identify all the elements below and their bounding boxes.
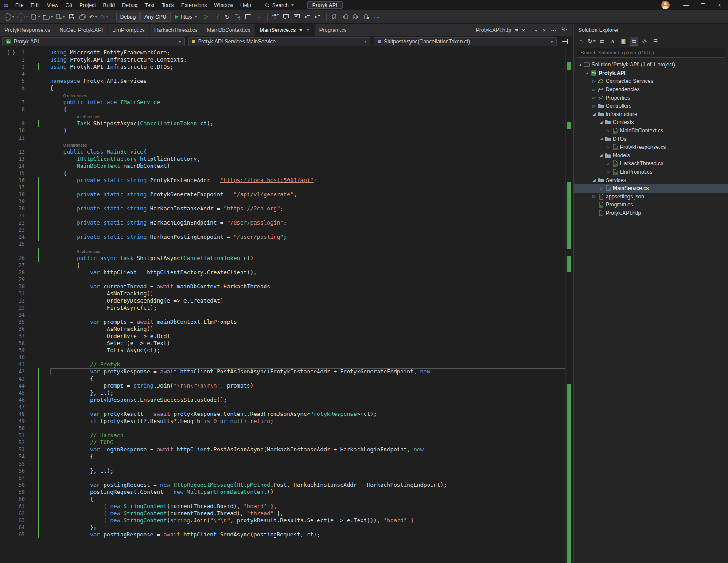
code-line[interactable]: 37 .OrderBy(e => e.Ord) bbox=[0, 333, 565, 340]
code-line[interactable]: 62 { new StringContent(currentThread.Thr… bbox=[0, 510, 565, 517]
tree-item-Connected Services[interactable]: ▷Connected Services bbox=[574, 77, 728, 85]
menu-item-window[interactable]: Window bbox=[210, 0, 237, 10]
code-line[interactable]: 35 var prompts = await mainDbContext.Llm… bbox=[0, 318, 565, 326]
code-line[interactable]: 20 private static string HarkachInstanse… bbox=[0, 205, 565, 212]
code-line[interactable]: 19 bbox=[0, 198, 565, 205]
codelens-references[interactable]: 0 references bbox=[63, 143, 87, 148]
code-line[interactable]: 38 .Select(e => e.Text) bbox=[0, 340, 565, 347]
undo-button[interactable]: ↶ bbox=[88, 12, 98, 22]
tab-list-button[interactable] bbox=[535, 27, 537, 33]
toolbar-overflow-button[interactable]: ⋯ bbox=[254, 12, 264, 22]
code-line[interactable]: 12 public class MainService( bbox=[0, 148, 565, 155]
previous-bookmark-button[interactable] bbox=[340, 12, 350, 22]
tree-item-Infrastructure[interactable]: ◢Infrastructure bbox=[574, 110, 728, 119]
tree-item-appsettings.json[interactable]: ▷{}appsettings.json bbox=[574, 193, 728, 201]
expanded-arrow-icon[interactable]: ◢ bbox=[598, 137, 604, 141]
code-line[interactable]: 64 }; bbox=[0, 524, 565, 531]
code-line[interactable]: 57 bbox=[0, 474, 565, 481]
new-file-button[interactable] bbox=[30, 12, 41, 22]
code-line[interactable]: 15 { bbox=[0, 170, 565, 177]
code-line[interactable]: 7 public interface IMainService bbox=[0, 99, 565, 106]
collapsed-arrow-icon[interactable]: ▷ bbox=[605, 145, 611, 149]
codelens-row[interactable]: 0 references bbox=[0, 248, 565, 255]
close-tab-icon[interactable]: × bbox=[306, 27, 310, 34]
code-line[interactable]: 21 bbox=[0, 212, 565, 219]
code-line[interactable]: 27 { bbox=[0, 262, 565, 269]
tree-item-LlmPrompt.cs[interactable]: ▷C#LlmPrompt.cs bbox=[574, 168, 728, 176]
tab-HarkachThread.cs[interactable]: HarkachThread.cs bbox=[150, 24, 202, 36]
code-line[interactable]: 40 bbox=[0, 354, 565, 361]
codelens-references[interactable]: 0 references bbox=[77, 249, 100, 254]
tab-overflow-button[interactable]: ⋯ bbox=[551, 27, 557, 33]
maximize-button[interactable] bbox=[694, 0, 711, 10]
solution-platforms-dropdown[interactable]: Any CPU bbox=[140, 12, 170, 22]
add-item-button[interactable] bbox=[55, 12, 66, 22]
properties-button[interactable] bbox=[640, 37, 649, 46]
code-line[interactable]: 28 var httpClient = httpClientFactory.Cr… bbox=[0, 269, 565, 276]
next-bookmark-button[interactable] bbox=[351, 12, 361, 22]
code-line[interactable]: 48 var protykResult = await protykRespon… bbox=[0, 411, 565, 418]
spell-check-button[interactable]: ABC✓ bbox=[271, 12, 280, 22]
code-line[interactable]: 58 var postingRequest = new HttpRequestM… bbox=[0, 481, 565, 489]
code-line[interactable]: 55 bbox=[0, 460, 565, 467]
attach-to-process-button[interactable] bbox=[212, 12, 222, 22]
preview-selected-items-button[interactable]: ⊟ bbox=[651, 37, 660, 46]
toggle-comment-button[interactable] bbox=[281, 12, 291, 22]
code-line[interactable]: 34 bbox=[0, 311, 565, 318]
code-line[interactable]: 32 .OrderByDescending(e => e.CreatedAt) bbox=[0, 297, 565, 304]
project-dropdown[interactable]: C# Protyk.API bbox=[2, 37, 185, 46]
code-line[interactable]: 31 .AsNoTracking() bbox=[0, 290, 565, 297]
member-dropdown[interactable]: ShitpostAsync(CancellationToken ct) bbox=[374, 37, 557, 46]
code-line[interactable]: 29 bbox=[0, 276, 565, 283]
switch-views-button[interactable]: ⌂ bbox=[576, 37, 585, 46]
menu-item-test[interactable]: Test bbox=[141, 0, 158, 10]
clear-bookmarks-button[interactable] bbox=[362, 12, 371, 22]
tab-ProtykResponse.cs[interactable]: ProtykResponse.cs bbox=[0, 24, 55, 36]
tree-item-Models[interactable]: ◢Models bbox=[574, 151, 728, 160]
navigate-back-button[interactable]: ← bbox=[3, 12, 16, 22]
code-line[interactable]: 60 { bbox=[0, 496, 565, 503]
menu-item-edit[interactable]: Edit bbox=[27, 0, 43, 10]
collapsed-arrow-icon[interactable]: ▷ bbox=[591, 79, 597, 83]
code-line[interactable]: 17 bbox=[0, 184, 565, 191]
menu-item-debug[interactable]: Debug bbox=[118, 0, 141, 10]
menu-item-tools[interactable]: Tools bbox=[158, 0, 178, 10]
tree-item-Controllers[interactable]: ▷Controllers bbox=[574, 102, 728, 110]
menu-item-git[interactable]: Git bbox=[62, 0, 76, 10]
code-line[interactable]: 2using Protyk.API.Infrastructure.Context… bbox=[0, 56, 565, 63]
code-line[interactable]: 33 .FirstAsync(ct); bbox=[0, 304, 565, 311]
collapsed-arrow-icon[interactable]: ▷ bbox=[605, 170, 611, 174]
close-button[interactable]: × bbox=[711, 0, 728, 10]
code-line[interactable]: 45 }, ct); bbox=[0, 389, 565, 396]
code-line[interactable]: 14 MainDbContext mainDbContext) bbox=[0, 163, 565, 170]
code-line[interactable]: 9 Task ShitpostAsync(CancellationToken c… bbox=[0, 120, 565, 127]
menu-item-help[interactable]: Help bbox=[237, 0, 255, 10]
split-window-button[interactable] bbox=[560, 39, 569, 44]
open-file-button[interactable] bbox=[42, 12, 54, 22]
tree-item-Contexts[interactable]: ◢Contexts bbox=[574, 118, 728, 127]
collapsed-arrow-icon[interactable]: ▷ bbox=[591, 194, 597, 198]
tree-item-Properties[interactable]: ▷Properties bbox=[574, 93, 728, 102]
code-line[interactable]: 1using Microsoft.EntityFrameworkCore; bbox=[0, 49, 565, 56]
menu-item-view[interactable]: View bbox=[43, 0, 62, 10]
navigate-forward-button[interactable]: → bbox=[16, 12, 29, 22]
codelens-references[interactable]: 0 references bbox=[63, 93, 87, 98]
tab-LlmPrompt.cs[interactable]: LlmPrompt.cs bbox=[108, 24, 149, 36]
tree-item-Protyk.API.http[interactable]: </>Protyk.API.http bbox=[574, 209, 728, 217]
tree-item-DTOs[interactable]: ◢DTOs bbox=[574, 135, 728, 143]
expanded-arrow-icon[interactable]: ◢ bbox=[584, 71, 590, 75]
code-line[interactable]: 30 var currentThread = await mainDbConte… bbox=[0, 283, 565, 290]
tree-item-Protyk.API[interactable]: ◢C#Protyk.API bbox=[574, 69, 728, 78]
codelens-row[interactable]: 0 references bbox=[0, 113, 565, 120]
code-line[interactable]: 63 { new StringContent(string.Join("\r\n… bbox=[0, 517, 565, 524]
expanded-arrow-icon[interactable]: ◢ bbox=[598, 120, 604, 124]
tab-Protyk.API.http[interactable]: Protyk.API.http× bbox=[471, 24, 531, 36]
code-line[interactable]: 24 private static string HarkachPostingE… bbox=[0, 233, 565, 241]
close-tab-icon[interactable]: × bbox=[522, 27, 526, 34]
code-line[interactable]: 25 bbox=[0, 241, 565, 248]
tree-item-Program.cs[interactable]: C#Program.cs bbox=[574, 201, 728, 209]
editor-scrollbar[interactable] bbox=[565, 47, 572, 563]
window-layout-button[interactable] bbox=[244, 12, 253, 22]
code-line[interactable]: 22 private static string HarkachLoginEnd… bbox=[0, 219, 565, 226]
expanded-arrow-icon[interactable]: ◢ bbox=[591, 178, 597, 182]
